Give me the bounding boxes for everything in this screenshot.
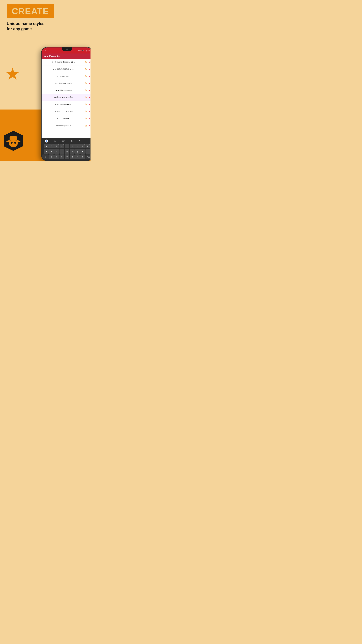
keyboard-toolbar: G ☺ GIF ⚙ A ··· bbox=[42, 139, 90, 143]
copy-button-6[interactable]: ⧉ bbox=[84, 96, 87, 99]
header-title: Your Favourites bbox=[44, 55, 60, 57]
fav-name-2: ◄•♛ ⓂⒶⓃⒾⓂⒶⓁ ♛•► bbox=[43, 68, 84, 70]
copy-button-10[interactable]: ⧉ bbox=[84, 124, 87, 128]
key-g[interactable]: g bbox=[65, 149, 69, 154]
copy-button-5[interactable]: ⧉ bbox=[84, 88, 87, 92]
copy-button-1[interactable]: ⧉ bbox=[84, 60, 87, 64]
subtitle: Unique name styles for any game bbox=[7, 21, 44, 31]
google-button[interactable]: G bbox=[45, 140, 48, 142]
delete-button-8[interactable]: ✕ bbox=[88, 110, 90, 113]
phone-mockup: 1:25 VoWIFI 📳 ▲ ▌ 37% Your Favourites ☆⊹… bbox=[41, 47, 90, 161]
fav-name-6: ♣☢Ⓜ JAY WALKER Ⓜ... bbox=[43, 96, 84, 98]
key-w[interactable]: w2 bbox=[49, 144, 54, 148]
copy-button-9[interactable]: ⧉ bbox=[84, 117, 87, 120]
key-u[interactable]: u7 bbox=[75, 144, 80, 148]
fav-name-10: ঌℭ⊙the dogtor⊙ℭঌ bbox=[43, 124, 84, 126]
list-item: ☆⊹⊱ RØCK ɆNRØŁ ⊰⊹☆ ⧉ ✕ bbox=[41, 59, 90, 66]
fav-name-4: ঌℭ⊙SÁM ♭ØƝЄY⊙ℭঌ bbox=[43, 82, 84, 84]
list-item: ᵒ˒₋?TRENT⊣⊢ ⧉ ✕ bbox=[41, 115, 90, 122]
fav-name-9: ᵒ˒₋?TRENT⊣⊢ bbox=[43, 118, 84, 120]
delete-button-1[interactable]: ✕ bbox=[88, 61, 90, 64]
key-a[interactable]: a bbox=[44, 149, 49, 154]
key-i[interactable]: i8 bbox=[80, 144, 85, 148]
key-k[interactable]: k bbox=[80, 149, 85, 154]
delete-button-10[interactable]: ✕ bbox=[88, 124, 90, 127]
delete-button-9[interactable]: ✕ bbox=[88, 117, 90, 120]
fav-name-1: ☆⊹⊱ RØCK ɆNRØŁ ⊰⊹☆ bbox=[43, 61, 84, 63]
delete-button-6[interactable]: ✕ bbox=[88, 96, 90, 99]
list-item: •.★*...creiġhtoN◉•.ˢ⊙ ⧉ ✕ bbox=[41, 101, 90, 108]
create-label: CREATE bbox=[12, 6, 49, 16]
delete-button-4[interactable]: ✕ bbox=[88, 82, 90, 85]
app-header: Your Favourites bbox=[41, 54, 90, 59]
fav-name-5: □■□■□ᎥᎧNЕЛᎥA□■□■□ bbox=[43, 90, 84, 91]
fav-name-8: ♡o..o♡LILLITH♡o..o♡ bbox=[43, 110, 84, 112]
mascot-logo bbox=[2, 130, 24, 152]
list-item: ♣☢Ⓜ JAY WALKER Ⓜ... ⧉ ✕ bbox=[41, 94, 90, 101]
key-r[interactable]: r4 bbox=[59, 144, 64, 148]
copy-button-2[interactable]: ⧉ bbox=[84, 68, 87, 71]
translate-button[interactable]: A bbox=[78, 140, 81, 142]
keyboard-row-2: a s d f g h j k l bbox=[42, 149, 90, 154]
key-t[interactable]: t5 bbox=[65, 144, 69, 148]
subtitle-line1: Unique name styles bbox=[7, 21, 44, 26]
vibrate-icon: 📳 bbox=[82, 50, 84, 51]
list-item: ☆⋆⊱ sumi ⊰⋆☆ ⧉ ✕ bbox=[41, 73, 90, 80]
subtitle-line2: for any game bbox=[7, 26, 44, 31]
phone-body: 1:25 VoWIFI 📳 ▲ ▌ 37% Your Favourites ☆⊹… bbox=[41, 47, 90, 161]
settings-button[interactable]: ⚙ bbox=[70, 139, 73, 143]
svg-point-6 bbox=[14, 142, 16, 144]
copy-button-3[interactable]: ⧉ bbox=[84, 74, 87, 78]
list-item: ঌℭ⊙SÁM ♭ØƝЄY⊙ℭঌ ⧉ ✕ bbox=[41, 80, 90, 87]
keyboard-row-1: q1 w2 e3 r4 t5 y6 u7 i8 o9 bbox=[42, 144, 90, 148]
svg-point-5 bbox=[11, 142, 12, 144]
copy-button-8[interactable]: ⧉ bbox=[84, 110, 87, 113]
key-l[interactable]: l bbox=[85, 149, 90, 154]
fav-name-7: •.★*...creiġhtoN◉•.ˢ⊙ bbox=[43, 104, 84, 105]
wifi-icon: ▲ bbox=[84, 50, 85, 51]
key-y[interactable]: y6 bbox=[70, 144, 75, 148]
create-banner: CREATE bbox=[7, 4, 54, 18]
emoji-button[interactable]: ☺ bbox=[53, 139, 57, 143]
gif-button[interactable]: GIF bbox=[61, 140, 65, 142]
delete-button-5[interactable]: ✕ bbox=[88, 89, 90, 92]
delete-button-2[interactable]: ✕ bbox=[88, 68, 90, 71]
copy-button-7[interactable]: ⧉ bbox=[84, 103, 87, 106]
list-item: ◄•♛ ⓂⒶⓃⒾⓂⒶⓁ ♛•► ⧉ ✕ bbox=[41, 66, 90, 73]
signal-icon: ▌ bbox=[86, 50, 87, 51]
more-button[interactable]: ··· bbox=[85, 139, 89, 143]
list-item: ♡o..o♡LILLITH♡o..o♡ ⧉ ✕ bbox=[41, 108, 90, 115]
battery-level: 37% bbox=[87, 50, 90, 51]
delete-button-3[interactable]: ✕ bbox=[88, 75, 90, 78]
key-h[interactable]: h bbox=[70, 149, 75, 154]
phone-screen: 1:25 VoWIFI 📳 ▲ ▌ 37% Your Favourites ☆⊹… bbox=[41, 48, 90, 154]
key-q[interactable]: q1 bbox=[44, 144, 49, 148]
key-o[interactable]: o9 bbox=[85, 144, 90, 148]
fav-name-3: ☆⋆⊱ sumi ⊰⋆☆ bbox=[43, 75, 84, 77]
star-icon: ★ bbox=[5, 66, 20, 82]
status-icons: VoWIFI 📳 ▲ ▌ 37% bbox=[78, 50, 90, 51]
status-time: 1:25 bbox=[43, 50, 46, 51]
delete-button-7[interactable]: ✕ bbox=[88, 103, 90, 106]
list-item: ঌℭ⊙the dogtor⊙ℭঌ ⧉ ✕ bbox=[41, 122, 90, 129]
key-j[interactable]: j bbox=[75, 149, 80, 154]
key-f[interactable]: f bbox=[59, 149, 64, 154]
vowifi-icon: VoWIFI bbox=[78, 50, 81, 51]
key-e[interactable]: e3 bbox=[54, 144, 59, 148]
list-item: □■□■□ᎥᎧNЕЛᎥA□■□■□ ⧉ ✕ bbox=[41, 87, 90, 94]
phone-notch bbox=[62, 48, 72, 51]
keyboard: G ☺ GIF ⚙ A ··· q1 w2 e3 r4 t5 y6 u7 bbox=[41, 138, 90, 154]
copy-button-4[interactable]: ⧉ bbox=[84, 82, 87, 85]
key-s[interactable]: s bbox=[49, 149, 54, 154]
camera bbox=[66, 48, 68, 50]
key-d[interactable]: d bbox=[54, 149, 59, 154]
